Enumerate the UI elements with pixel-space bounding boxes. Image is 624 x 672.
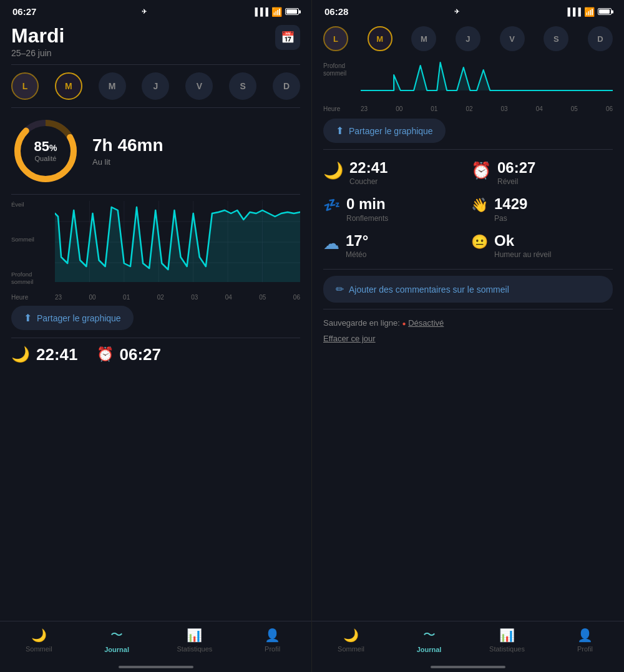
time-left: 06:27 [12,6,36,17]
nav-journal-right[interactable]: 〜 Journal [411,626,448,653]
nav-profil-left[interactable]: 👤 Profil [254,628,291,653]
share-button-right[interactable]: ⬆ Partager le graphique [323,119,446,143]
nav-stats-left[interactable]: 📊 Statistiques [176,628,213,653]
day-selector-left: L M M J V S D [11,67,300,105]
nav-moon-icon-right: 🌙 [343,628,359,643]
nav-profile-icon-left: 👤 [265,628,280,643]
nav-profil-right[interactable]: 👤 Profil [567,628,604,653]
y-label-sommeil: Sommeil [11,236,54,243]
comment-button[interactable]: ✏ Ajouter des commentaires sur le sommei… [323,276,613,303]
donut-chart: 85% Qualité [11,117,80,185]
bottom-nav-right: 🌙 Sommeil 〜 Journal 📊 Statistiques 👤 Pro… [312,621,624,666]
share-icon-left: ⬆ [24,312,32,324]
meteo-value: 17° [346,233,368,249]
signal-icon-right: ▐▐▐ [565,7,581,16]
battery-icon-left [285,8,299,15]
status-bar-left: 06:27 ✈ ▐▐▐ 📶 [0,0,311,20]
sleep-duration: 7h 46mn [92,136,300,155]
bottom-nav-left: 🌙 Sommeil 〜 Journal 📊 Statistiques 👤 Pro… [0,621,311,666]
status-icons-left: ▐▐▐ 📶 [252,7,299,17]
day-btn-samedi[interactable]: S [229,72,256,100]
mini-chart-y-label: Profondsommeil [323,62,358,77]
calendar-button[interactable]: 📅 [275,25,300,50]
time-right: 06:28 [324,6,348,17]
donut-percent-sup: % [49,143,57,153]
heure-label-left: Heure [11,294,28,301]
day-btn-jeudi[interactable]: J [142,72,169,100]
nav-stats-label-right: Statistiques [489,645,525,653]
x-label-06: 06 [293,294,300,301]
clear-day-button[interactable]: Effacer ce jour [323,330,613,347]
nav-stats-right[interactable]: 📊 Statistiques [489,628,526,653]
sleep-chart: Éveil Sommeil Profondsommeil [11,201,300,301]
day-btn-lundi[interactable]: L [11,72,39,100]
moon-icon-r: 🌙 [323,161,343,180]
day-btn-mardi-active[interactable]: M [55,72,82,100]
day-btn-dimanche[interactable]: D [273,72,300,100]
phone-left: 06:27 ✈ ▐▐▐ 📶 Mardi 25–26 juin 📅 L M [0,0,312,672]
nav-sommeil-right[interactable]: 🌙 Sommeil [333,628,370,653]
battery-icon-right [598,8,612,15]
mx-00: 00 [396,105,402,112]
wifi-icon-right: 📶 [584,7,595,17]
x-label-01: 01 [123,294,130,301]
home-indicator-right [431,666,505,668]
detail-coucher: 🌙 22:41 Coucher [323,160,465,186]
x-label-00: 00 [89,294,96,301]
mx-03: 03 [501,105,508,112]
day-btn-v-r[interactable]: V [500,26,525,51]
wakeup-value-left: 06:27 [120,346,162,364]
alarm-icon-left: ⏰ [97,346,114,363]
sleep-duration-label: Au lit [92,157,300,167]
home-indicator-left [119,666,193,668]
divider-4 [11,338,300,338]
day-btn-vendredi[interactable]: V [185,72,213,100]
x-label-04: 04 [225,294,232,301]
humeur-label: Humeur au réveil [494,250,551,259]
right-screen-content: L M M J V S D Profondsommeil [312,20,624,621]
humeur-value: Ok [494,233,551,249]
wifi-icon-left: 📶 [271,7,282,17]
location-icon-left: ✈ [142,8,147,15]
nav-journal-left[interactable]: 〜 Journal [98,626,135,653]
nav-stats-icon-left: 📊 [187,628,202,643]
x-label-03: 03 [191,294,198,301]
donut-label: 85% Qualité [34,140,57,162]
chart-svg-left [55,201,300,282]
ronflements-label: Ronflements [346,214,388,223]
divider-r1 [323,149,613,150]
nav-sommeil-left[interactable]: 🌙 Sommeil [20,628,57,653]
detail-meteo: ☁ 17° Météo [323,233,465,259]
mini-chart-svg [361,56,613,97]
day-label: Mardi [11,25,64,47]
mx-02: 02 [466,105,472,112]
coucher-value: 22:41 [349,160,388,176]
share-button-left[interactable]: ⬆ Partager le graphique [11,306,134,330]
detail-ronflements: 💤 0 min Ronflements [323,196,465,222]
day-btn-s-r[interactable]: S [544,26,568,51]
divider-2 [11,107,300,108]
divider-r3 [323,309,613,309]
divider-r2 [323,269,613,270]
day-btn-mercredi[interactable]: M [99,72,126,100]
day-btn-j-r[interactable]: J [456,26,480,51]
day-btn-d-r[interactable]: D [588,26,613,51]
day-btn-mardi-r[interactable]: M [368,26,392,51]
phone-right: 06:28 ✈ ▐▐▐ 📶 L M M J V S D Profonds [312,0,624,672]
mood-icon-r: 😐 [471,234,488,250]
mx-06: 06 [606,105,613,112]
day-btn-m2-r[interactable]: M [411,26,436,51]
nav-profil-label-left: Profil [265,645,280,653]
stat-wakeup-left: ⏰ 06:27 [97,346,162,364]
mini-x-labels: 23 00 01 02 03 04 05 06 [361,105,613,112]
day-btn-lundi-r[interactable]: L [323,26,348,51]
nav-journal-label-right: Journal [417,646,442,653]
cloud-icon-r: ☁ [323,234,339,253]
nav-stats-label-left: Statistiques [177,645,212,653]
nav-moon-icon-left: 🌙 [31,628,47,643]
mx-23: 23 [361,105,368,112]
nav-profile-icon-right: 👤 [577,628,593,643]
mini-chart-inner [361,56,613,100]
detail-stats-grid: 🌙 22:41 Coucher ⏰ 06:27 Réveil 💤 0 min R… [323,152,613,266]
backup-status-link[interactable]: Désactivé [408,318,444,328]
